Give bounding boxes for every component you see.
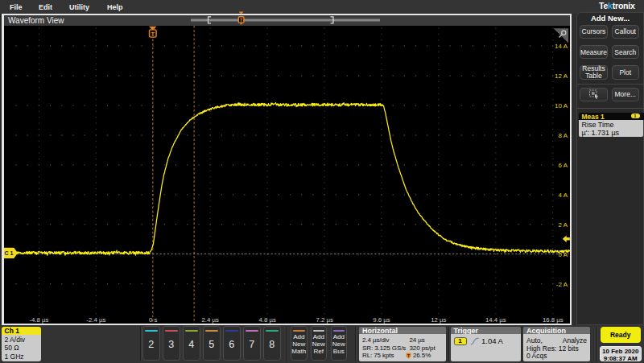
svg-text:12 µs: 12 µs: [431, 316, 446, 323]
svg-text:7.2 µs: 7.2 µs: [316, 316, 332, 323]
svg-text:2 A: 2 A: [558, 221, 568, 228]
svg-text:14 A: 14 A: [554, 42, 568, 49]
svg-text:4 A: 4 A: [558, 191, 568, 198]
svg-text:C 1: C 1: [4, 250, 13, 256]
svg-text:-2.4 µs: -2.4 µs: [86, 316, 105, 323]
svg-text:9.6 µs: 9.6 µs: [373, 316, 390, 323]
svg-text:16.8 µs: 16.8 µs: [542, 316, 563, 323]
svg-text:0 s: 0 s: [149, 316, 158, 323]
svg-text:T: T: [151, 30, 155, 37]
svg-text:10 A: 10 A: [554, 101, 568, 109]
svg-text:12 A: 12 A: [554, 72, 568, 79]
svg-text:-4.8 µs: -4.8 µs: [29, 316, 48, 323]
svg-text:4.8 µs: 4.8 µs: [258, 316, 275, 323]
svg-text:T: T: [407, 353, 410, 358]
svg-text:14.4 µs: 14.4 µs: [485, 316, 506, 323]
svg-text:8 A: 8 A: [558, 131, 568, 138]
svg-text:2.4 µs: 2.4 µs: [201, 316, 218, 323]
svg-text:6 A: 6 A: [558, 161, 568, 168]
svg-text:-2 A: -2 A: [555, 280, 568, 287]
